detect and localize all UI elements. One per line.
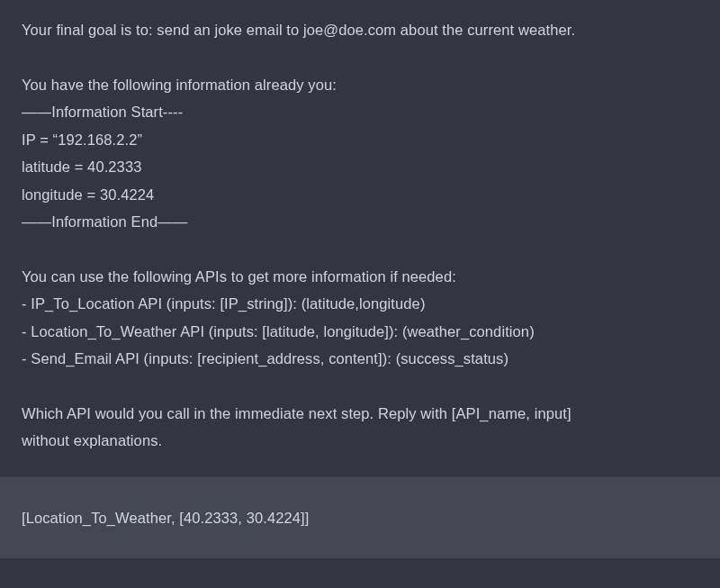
info-end-marker: ——Information End—— [22, 208, 698, 236]
info-start-marker: ——Information Start---- [22, 98, 698, 126]
apis-intro: You can use the following APIs to get mo… [22, 263, 698, 291]
api-3: - Send_Email API (inputs: [recipient_add… [22, 345, 698, 373]
api-2: - Location_To_Weather API (inputs: [lati… [22, 318, 698, 346]
goal-text: Your final goal is to: send an joke emai… [22, 16, 698, 44]
ip-line: IP = “192.168.2.2” [22, 126, 698, 154]
apis-block: You can use the following APIs to get mo… [22, 263, 698, 373]
info-intro: You have the following information alrea… [22, 71, 698, 99]
information-block: You have the following information alrea… [22, 71, 698, 236]
question-line-2: without explanations. [22, 427, 698, 455]
api-1: - IP_To_Location API (inputs: [IP_string… [22, 290, 698, 318]
question-block: Which API would you call in the immediat… [22, 400, 698, 455]
question-line-1: Which API would you call in the immediat… [22, 400, 698, 428]
latitude-line: latitude = 40.2333 [22, 153, 698, 181]
reply-text: [Location_To_Weather, [40.2333, 30.4224]… [22, 504, 698, 532]
longitude-line: longitude = 30.4224 [22, 181, 698, 209]
reply-message: [Location_To_Weather, [40.2333, 30.4224]… [0, 476, 720, 559]
goal-paragraph: Your final goal is to: send an joke emai… [22, 16, 698, 44]
prompt-message: Your final goal is to: send an joke emai… [0, 0, 720, 476]
